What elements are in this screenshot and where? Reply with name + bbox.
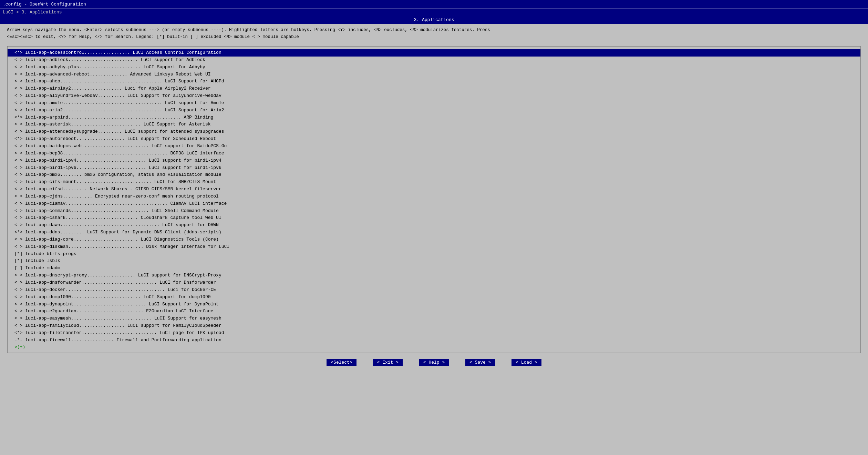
list-item[interactable]: < > luci-app-aria2......................…	[8, 107, 860, 114]
list-item[interactable]: < > luci-app-attendedsysupgrade.........…	[8, 128, 860, 135]
list-item[interactable]: <*> luci-app-filetransfer...............…	[8, 330, 860, 337]
list-item[interactable]: < > luci-app-adbyby-plus................…	[8, 64, 860, 71]
menu-container[interactable]: <*> luci-app-accesscontrol..............…	[7, 46, 861, 353]
list-item[interactable]: < > luci-app-cshark.....................…	[8, 214, 860, 222]
list-item[interactable]: < > luci-app-docker.....................…	[8, 286, 860, 294]
center-title-bar: 3. Applications	[0, 16, 868, 24]
list-item[interactable]: < > luci-app-e2guardian.................…	[8, 308, 860, 315]
save-label	[456, 360, 458, 365]
list-item[interactable]: [ ] Include mdadm	[8, 265, 860, 272]
bottom-bar: <Select> < Exit > < Help > < Save > < Lo…	[0, 356, 868, 369]
list-item[interactable]: < > luci-app-diskman....................…	[8, 243, 860, 251]
list-item[interactable]: < > luci-app-easymesh...................…	[8, 315, 860, 322]
breadcrumb: LuCI > 3. Applications	[3, 10, 62, 15]
list-item[interactable]: < > luci-app-bird1-ipv6.................…	[8, 164, 860, 172]
window-title: .config - OpenWrt Configuration	[3, 2, 86, 7]
list-item[interactable]: <*> luci-app-arpbind....................…	[8, 114, 860, 121]
list-item[interactable]: < > luci-app-bird1-ipv4.................…	[8, 157, 860, 164]
instruction-line2: <Esc><Esc> to exit, <?> for Help, </> fo…	[7, 33, 861, 40]
list-item[interactable]: < > luci-app-ahcp.......................…	[8, 78, 860, 85]
instruction-line1: Arrow keys navigate the menu. <Enter> se…	[7, 27, 861, 33]
load-label	[502, 360, 505, 365]
save-button[interactable]: < Save >	[465, 359, 495, 366]
load-button[interactable]: < Load >	[512, 359, 541, 366]
list-item[interactable]: -*- luci-app-firewall................ Fi…	[8, 337, 860, 344]
list-item[interactable]: [*] Include lsblk	[8, 257, 860, 265]
select-button[interactable]: <Select>	[327, 359, 356, 366]
scroll-indicator: v(+)	[8, 344, 860, 350]
help-button[interactable]: < Help >	[419, 359, 449, 366]
content-area: Arrow keys navigate the menu. <Enter> se…	[0, 24, 868, 455]
list-item[interactable]: <*> luci-app-autoreboot.................…	[8, 135, 860, 143]
list-item[interactable]: < > luci-app-cifs-mount.................…	[8, 179, 860, 186]
list-item[interactable]: < > luci-app-commands...................…	[8, 208, 860, 215]
list-item[interactable]: < > luci-app-baidupcs-web...............…	[8, 143, 860, 150]
list-item[interactable]: < > luci-app-dynapoint..................…	[8, 301, 860, 308]
list-item[interactable]: < > luci-app-bcp38......................…	[8, 150, 860, 157]
list-item[interactable]: < > luci-app-amule......................…	[8, 100, 860, 107]
list-item[interactable]: < > luci-app-dawn.......................…	[8, 222, 860, 229]
list-item[interactable]: < > luci-app-dump1090...................…	[8, 294, 860, 301]
list-item[interactable]: < > luci-app-cifsd......... Network Shar…	[8, 186, 860, 193]
breadcrumb-bar: LuCI > 3. Applications	[0, 8, 868, 16]
list-item[interactable]: < > luci-app-aliyundrive-webdav.........…	[8, 92, 860, 100]
list-item[interactable]: < > luci-app-dnsforwarder...............…	[8, 279, 860, 286]
list-item[interactable]: < > luci-app-adblock....................…	[8, 57, 860, 64]
list-item[interactable]: < > luci-app-bmx6........ bmx6 configura…	[8, 171, 860, 179]
list-item[interactable]: < > luci-app-dnscrypt-proxy.............…	[8, 272, 860, 279]
list-item[interactable]: < > luci-app-asterisk...................…	[8, 121, 860, 128]
full-page: .config - OpenWrt Configuration LuCI > 3…	[0, 0, 868, 455]
list-item[interactable]: < > luci-app-familycloud................…	[8, 322, 860, 330]
list-item[interactable]: <*> luci-app-ddns......... LuCI Support …	[8, 229, 860, 236]
title-bar: .config - OpenWrt Configuration	[0, 0, 868, 8]
list-item[interactable]: <*> luci-app-accesscontrol..............…	[8, 49, 860, 57]
list-item[interactable]: < > luci-app-cjdns........... Encrypted …	[8, 193, 860, 200]
help-label	[410, 360, 412, 365]
exit-label	[363, 360, 366, 365]
list-item[interactable]: < > luci-app-airplay2...................…	[8, 85, 860, 92]
list-item[interactable]: [*] Include btrfs-progs	[8, 251, 860, 258]
list-item[interactable]: < > luci-app-advanced-reboot............…	[8, 71, 860, 78]
list-item[interactable]: < > luci-app-diag-core..................…	[8, 236, 860, 243]
center-title-text: 3. Applications	[414, 17, 454, 22]
exit-button[interactable]: < Exit >	[373, 359, 403, 366]
list-item[interactable]: < > luci-app-clamav.....................…	[8, 200, 860, 208]
instructions-panel: Arrow keys navigate the menu. <Enter> se…	[0, 24, 868, 43]
